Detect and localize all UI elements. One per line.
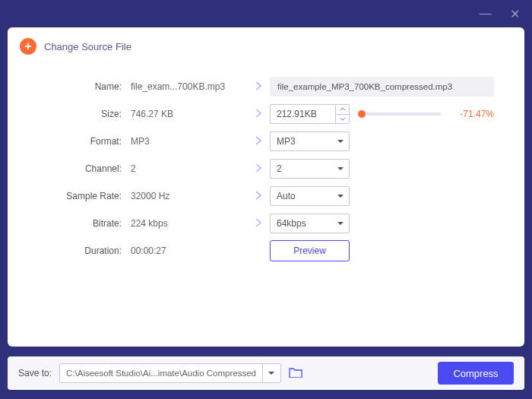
save-path-dropdown[interactable] <box>262 364 280 382</box>
chevron-down-icon <box>337 194 344 198</box>
size-step-up[interactable] <box>336 105 349 115</box>
channel-src: 2 <box>129 163 247 174</box>
samplerate-label: Sample Rate: <box>30 191 129 201</box>
channel-label: Channel: <box>30 163 129 174</box>
format-label: Format: <box>30 136 129 147</box>
chevron-down-icon <box>337 166 344 171</box>
duration-label: Duration: <box>30 245 129 256</box>
preview-button[interactable]: Preview <box>270 240 350 261</box>
save-path-text: C:\Aiseesoft Studio\Ai...imate\Audio Com… <box>60 369 262 378</box>
main-panel: + Change Source File Name: file_exam...7… <box>8 27 524 347</box>
bitrate-select[interactable]: 64kbps <box>270 214 350 233</box>
samplerate-select[interactable]: Auto <box>270 186 350 206</box>
name-dest-input[interactable]: file_example_MP3_700KB_compressed.mp3 <box>270 77 494 97</box>
footer: Save to: C:\Aiseesoft Studio\Ai...imate\… <box>8 356 524 390</box>
size-step-down[interactable] <box>336 115 349 124</box>
arrow-icon <box>247 217 270 230</box>
arrow-icon <box>247 135 270 148</box>
samplerate-src: 32000 Hz <box>129 191 247 201</box>
duration-value: 00:00:27 <box>129 245 247 256</box>
open-folder-button[interactable] <box>289 366 302 381</box>
format-select[interactable]: MP3 <box>270 131 350 151</box>
chevron-down-icon <box>337 139 344 144</box>
size-dest-value: 212.91KB <box>271 109 335 119</box>
save-to-label: Save to: <box>18 368 52 378</box>
arrow-icon <box>247 80 270 93</box>
save-path-select[interactable]: C:\Aiseesoft Studio\Ai...imate\Audio Com… <box>59 363 281 383</box>
size-reduction-pct: -71.47% <box>452 109 494 119</box>
arrow-icon <box>247 189 270 203</box>
compress-button[interactable]: Compress <box>438 362 514 385</box>
chevron-down-icon <box>337 221 344 226</box>
add-icon[interactable]: + <box>20 38 36 55</box>
change-source-file-link[interactable]: Change Source File <box>44 41 131 52</box>
size-src: 746.27 KB <box>129 109 247 119</box>
close-button[interactable]: ✕ <box>510 7 520 21</box>
bitrate-label: Bitrate: <box>30 218 129 229</box>
arrow-icon <box>247 107 270 121</box>
bitrate-src: 224 kbps <box>129 218 247 229</box>
channel-select[interactable]: 2 <box>270 159 350 179</box>
header: + Change Source File <box>8 27 524 65</box>
name-src: file_exam...700KB.mp3 <box>129 81 247 92</box>
chevron-down-icon <box>268 371 275 375</box>
arrow-icon <box>247 162 270 176</box>
size-label: Size: <box>30 109 129 119</box>
size-dest-stepper[interactable]: 212.91KB <box>270 104 350 124</box>
minimize-button[interactable]: — <box>480 7 492 21</box>
size-slider[interactable] <box>360 112 442 116</box>
format-src: MP3 <box>129 136 247 147</box>
name-label: Name: <box>30 81 129 92</box>
